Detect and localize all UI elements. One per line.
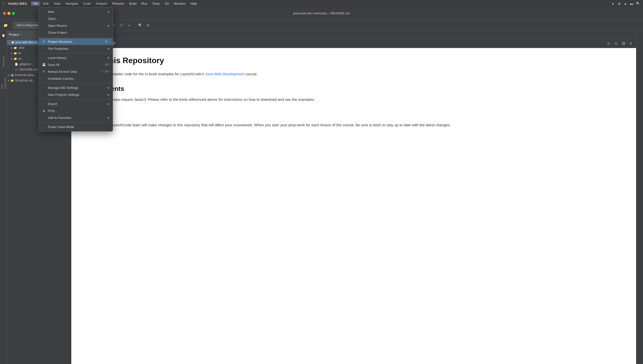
menu-item-open-recent[interactable]: Open Recent ▶ bbox=[39, 22, 113, 29]
menu-item-power-save-label: Power Save Mode bbox=[48, 125, 74, 129]
submenu-arrow-new: ▶ bbox=[108, 10, 110, 13]
menu-item-manage-ide[interactable]: Manage IDE Settings ▶ bbox=[39, 84, 113, 91]
reload-icon: ↻ bbox=[42, 70, 46, 74]
menu-item-local-history[interactable]: Local History ▶ bbox=[39, 54, 113, 61]
menu-item-add-favorites-label: Add to Favorites bbox=[48, 116, 71, 120]
menu-sep-2 bbox=[39, 53, 113, 53]
invalidate-caches-icon bbox=[42, 76, 46, 80]
submenu-arrow-favorites: ▶ bbox=[108, 116, 110, 119]
shortcut-project-structure: ⌘ ; bbox=[105, 40, 110, 43]
submenu-arrow-file-props: ▶ bbox=[108, 47, 110, 50]
file-menu-dropdown: New ▶ Open... Open Recent ▶ Close Projec… bbox=[39, 7, 113, 132]
menu-item-invalidate-caches-label: Invalidate Caches... bbox=[48, 77, 76, 80]
menu-item-project-structure-label: Project Structure... bbox=[48, 40, 74, 44]
export-icon bbox=[42, 102, 46, 106]
menu-sep-1 bbox=[39, 37, 113, 37]
menu-item-new-projects[interactable]: New Projects Settings ▶ bbox=[39, 91, 113, 98]
menu-item-close-project[interactable]: Close Project bbox=[39, 29, 113, 36]
menu-item-save-all-label: Save All bbox=[48, 63, 60, 66]
save-all-icon: 💾 bbox=[42, 63, 46, 66]
menu-item-reload-all[interactable]: ↻ Reload All from Disk ⌥⌘Y bbox=[39, 68, 113, 75]
power-save-icon bbox=[42, 125, 46, 129]
menu-sep-5 bbox=[39, 122, 113, 122]
submenu-arrow-manage-ide: ▶ bbox=[108, 86, 110, 90]
menu-item-print-label: Print... bbox=[48, 109, 57, 113]
dropdown-overlay[interactable]: New ▶ Open... Open Recent ▶ Close Projec… bbox=[0, 0, 643, 364]
menu-item-open-recent-label: Open Recent bbox=[48, 24, 67, 28]
submenu-arrow-local-history: ▶ bbox=[108, 56, 110, 60]
menu-item-file-properties[interactable]: File Properties ▶ bbox=[39, 45, 113, 52]
menu-item-new-label: New bbox=[48, 10, 54, 14]
menu-item-new[interactable]: New ▶ bbox=[39, 8, 113, 15]
menu-item-manage-ide-label: Manage IDE Settings bbox=[48, 86, 78, 90]
add-favorites-icon bbox=[42, 116, 46, 120]
submenu-arrow-export: ▶ bbox=[108, 102, 110, 106]
menu-item-power-save[interactable]: Power Save Mode bbox=[39, 123, 113, 130]
shortcut-reload-all: ⌥⌘Y bbox=[101, 70, 110, 73]
submenu-arrow-open-recent: ▶ bbox=[108, 24, 110, 27]
menu-item-file-properties-label: File Properties bbox=[48, 47, 68, 50]
menu-item-invalidate-caches[interactable]: Invalidate Caches... bbox=[39, 75, 113, 82]
menu-item-project-structure[interactable]: ⊞ Project Structure... ⌘ ; bbox=[39, 38, 113, 45]
new-icon bbox=[42, 10, 46, 14]
new-projects-icon bbox=[42, 92, 46, 96]
menu-item-open[interactable]: Open... bbox=[39, 15, 113, 22]
submenu-arrow-new-projects: ▶ bbox=[108, 93, 110, 96]
menu-item-new-projects-label: New Projects Settings bbox=[48, 93, 79, 96]
menu-item-local-history-label: Local History bbox=[48, 56, 66, 60]
menu-item-close-project-label: Close Project bbox=[48, 31, 67, 34]
close-project-icon bbox=[42, 30, 46, 34]
open-icon bbox=[42, 16, 46, 20]
local-history-icon bbox=[42, 56, 46, 60]
project-structure-icon: ⊞ bbox=[42, 40, 46, 44]
menu-sep-4 bbox=[39, 99, 113, 99]
manage-ide-icon bbox=[42, 86, 46, 90]
menu-item-export[interactable]: Export ▶ bbox=[39, 100, 113, 107]
menu-item-export-label: Export bbox=[48, 102, 57, 106]
menu-sep-3 bbox=[39, 83, 113, 83]
print-icon: 🖨 bbox=[42, 109, 46, 113]
menu-item-save-all[interactable]: 💾 Save All ⌘S bbox=[39, 61, 113, 68]
file-properties-icon bbox=[42, 46, 46, 50]
menu-item-reload-all-label: Reload All from Disk bbox=[48, 70, 77, 74]
menu-item-print[interactable]: 🖨 Print... bbox=[39, 107, 113, 114]
menu-item-open-label: Open... bbox=[48, 17, 58, 20]
open-recent-icon bbox=[42, 24, 46, 28]
menu-item-add-favorites[interactable]: Add to Favorites ▶ bbox=[39, 114, 113, 121]
shortcut-save-all: ⌘S bbox=[105, 63, 110, 66]
